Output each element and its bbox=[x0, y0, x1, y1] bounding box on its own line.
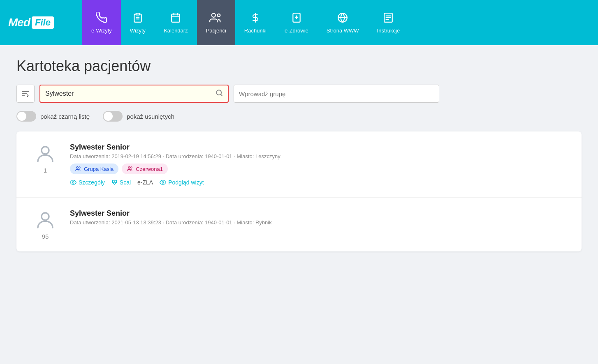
tag-label-blue-1: Grupa Kasia bbox=[84, 166, 114, 172]
clipboard-icon bbox=[132, 12, 143, 25]
search-field-wrapper bbox=[39, 85, 229, 103]
action-scal-1[interactable]: Scal bbox=[111, 179, 131, 186]
patient-number-1: 1 bbox=[44, 167, 47, 174]
table-row: 1 Sylwester Senior Data utworzenia: 2019… bbox=[16, 131, 582, 198]
patients-list: 1 Sylwester Senior Data utworzenia: 2019… bbox=[16, 131, 582, 251]
nav-label-strona-www: Strona WWW bbox=[327, 28, 359, 34]
nav-label-rachunki: Rachunki bbox=[244, 28, 267, 34]
blacklist-toggle-label: pokaż czarną listę bbox=[40, 113, 90, 120]
nav-label-e-zdrowie: e-Zdrowie bbox=[285, 28, 308, 34]
svg-rect-0 bbox=[136, 13, 140, 15]
svg-point-32 bbox=[162, 182, 164, 183]
svg-rect-31 bbox=[115, 180, 116, 182]
tag-blue-1[interactable]: Grupa Kasia bbox=[70, 164, 118, 174]
svg-point-26 bbox=[79, 167, 80, 168]
deleted-toggle-group: pokaż usuniętych bbox=[103, 111, 174, 122]
nav-label-e-wizyty: e-Wizyty bbox=[91, 28, 112, 34]
main-content: Kartoteka pacjentów pokaż cza bbox=[0, 45, 598, 264]
svg-point-8 bbox=[218, 14, 220, 16]
action-ezla-1[interactable]: e-ZLA bbox=[137, 179, 153, 186]
tag-pink-1[interactable]: Czerwona1 bbox=[122, 164, 168, 174]
page-title: Kartoteka pacjentów bbox=[16, 58, 582, 75]
search-row bbox=[16, 85, 582, 103]
merge-icon-1 bbox=[111, 180, 118, 186]
action-szczegoly-1[interactable]: Szczegóły bbox=[70, 179, 105, 186]
svg-rect-3 bbox=[172, 14, 180, 22]
patient-number-2: 95 bbox=[42, 233, 49, 240]
svg-point-24 bbox=[42, 147, 49, 154]
dollar-icon bbox=[250, 12, 260, 25]
nav-item-kalendarz[interactable]: Kalendarz bbox=[155, 0, 197, 45]
nav-label-wizyty: Wizyty bbox=[130, 28, 146, 34]
logo-area: Med File bbox=[0, 0, 82, 45]
action-podglad-1[interactable]: Podgląd wizyt bbox=[160, 179, 204, 186]
svg-point-28 bbox=[131, 167, 132, 168]
svg-point-25 bbox=[76, 167, 78, 168]
patient-avatar-area-1: 1 bbox=[29, 143, 62, 174]
nav-item-strona-www[interactable]: Strona WWW bbox=[318, 0, 368, 45]
sort-icon bbox=[21, 90, 30, 98]
svg-point-7 bbox=[212, 13, 216, 17]
patient-tags-1: Grupa Kasia Czerwona1 bbox=[70, 164, 569, 174]
logo-file-text: File bbox=[32, 16, 54, 29]
toggles-row: pokaż czarną listę pokaż usuniętych bbox=[16, 111, 582, 122]
svg-point-33 bbox=[42, 213, 49, 220]
action-ezla-label-1: e-ZLA bbox=[137, 179, 153, 186]
nav-item-pacjenci[interactable]: Pacjenci bbox=[197, 0, 235, 45]
patient-meta-1: Data utworzenia: 2019-02-19 14:56:29 · D… bbox=[70, 153, 569, 159]
nav-label-pacjenci: Pacjenci bbox=[206, 28, 226, 34]
svg-line-23 bbox=[220, 94, 222, 95]
nav-item-e-wizyty[interactable]: e-Wizyty bbox=[82, 0, 121, 45]
nav-item-rachunki[interactable]: Rachunki bbox=[235, 0, 276, 45]
table-row: 95 Sylwester Senior Data utworzenia: 202… bbox=[16, 198, 582, 251]
blacklist-toggle-group: pokaż czarną listę bbox=[16, 111, 90, 122]
patient-name-1: Sylwester Senior bbox=[70, 143, 569, 152]
patient-name-2: Sylwester Senior bbox=[70, 209, 569, 218]
deleted-toggle-label: pokaż usuniętych bbox=[127, 113, 174, 120]
nav-label-kalendarz: Kalendarz bbox=[164, 28, 188, 34]
patient-avatar-area-2: 95 bbox=[29, 209, 62, 240]
patient-info-1: Sylwester Senior Data utworzenia: 2019-0… bbox=[70, 143, 569, 186]
globe-icon bbox=[337, 12, 348, 25]
logo-med-text: Med bbox=[8, 16, 30, 29]
action-podglad-label-1: Podgląd wizyt bbox=[168, 179, 204, 186]
patient-actions-1: Szczegóły Scal e-ZLA bbox=[70, 179, 569, 186]
patient-meta-2: Data utworzenia: 2021-05-13 13:39:23 · D… bbox=[70, 219, 569, 226]
action-szczegoly-label-1: Szczegóły bbox=[79, 179, 105, 186]
action-scal-label-1: Scal bbox=[120, 179, 131, 186]
svg-point-29 bbox=[72, 182, 74, 183]
deleted-toggle[interactable] bbox=[103, 111, 123, 122]
phone-icon bbox=[96, 12, 107, 25]
app-header: Med File e-Wizyty Wizyty bbox=[0, 0, 598, 45]
eye-icon-podglad-1 bbox=[160, 179, 166, 186]
tag-label-pink-1: Czerwona1 bbox=[136, 166, 163, 172]
svg-rect-30 bbox=[112, 180, 114, 182]
nav-item-instrukcje[interactable]: Instrukcje bbox=[368, 0, 409, 45]
nav-item-wizyty[interactable]: Wizyty bbox=[121, 0, 155, 45]
patient-info-2: Sylwester Senior Data utworzenia: 2021-0… bbox=[70, 209, 569, 230]
svg-point-27 bbox=[128, 167, 130, 168]
nav-label-instrukcje: Instrukcje bbox=[377, 28, 400, 34]
tag-users-icon-pink-1 bbox=[127, 166, 133, 172]
nav-item-e-zdrowie[interactable]: e-Zdrowie bbox=[276, 0, 318, 45]
avatar-icon bbox=[34, 143, 56, 165]
sort-button[interactable] bbox=[16, 85, 35, 103]
medical-icon bbox=[291, 12, 302, 25]
search-icon bbox=[216, 89, 223, 97]
search-button[interactable] bbox=[211, 89, 228, 99]
book-icon bbox=[383, 12, 394, 25]
users-icon bbox=[209, 12, 223, 25]
eye-icon-1 bbox=[70, 179, 76, 186]
search-input[interactable] bbox=[40, 90, 211, 97]
avatar-icon-2 bbox=[34, 209, 56, 231]
blacklist-toggle[interactable] bbox=[16, 111, 36, 122]
calendar-icon bbox=[170, 12, 181, 25]
main-nav: e-Wizyty Wizyty bbox=[82, 0, 598, 45]
group-input[interactable] bbox=[234, 85, 439, 103]
tag-users-icon-1 bbox=[75, 166, 81, 172]
